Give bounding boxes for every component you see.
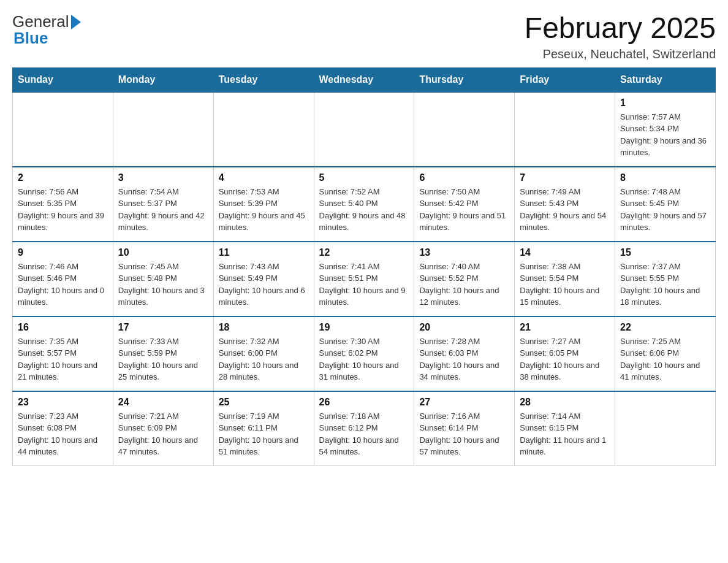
page-header: General Blue February 2025 Peseux, Neuch…: [12, 12, 716, 61]
day-info: Sunrise: 7:30 AM Sunset: 6:02 PM Dayligh…: [319, 335, 409, 383]
day-info: Sunrise: 7:45 AM Sunset: 5:48 PM Dayligh…: [118, 261, 208, 308]
day-info: Sunrise: 7:40 AM Sunset: 5:52 PM Dayligh…: [419, 261, 509, 308]
day-number: 15: [620, 247, 710, 258]
calendar-cell: 12Sunrise: 7:41 AM Sunset: 5:51 PM Dayli…: [314, 242, 414, 316]
calendar-cell: [414, 92, 515, 167]
day-number: 19: [319, 322, 409, 333]
day-info: Sunrise: 7:41 AM Sunset: 5:51 PM Dayligh…: [319, 261, 409, 308]
calendar-cell: 25Sunrise: 7:19 AM Sunset: 6:11 PM Dayli…: [213, 391, 314, 466]
day-info: Sunrise: 7:18 AM Sunset: 6:12 PM Dayligh…: [319, 410, 409, 458]
calendar-cell: [213, 92, 314, 167]
day-of-week-header: Wednesday: [314, 67, 414, 92]
day-of-week-header: Thursday: [414, 67, 515, 92]
calendar-cell: 8Sunrise: 7:48 AM Sunset: 5:45 PM Daylig…: [615, 167, 716, 242]
day-info: Sunrise: 7:16 AM Sunset: 6:14 PM Dayligh…: [419, 410, 509, 458]
calendar-cell: [13, 92, 113, 167]
calendar-cell: 20Sunrise: 7:28 AM Sunset: 6:03 PM Dayli…: [414, 316, 515, 391]
day-number: 8: [620, 172, 710, 183]
day-info: Sunrise: 7:49 AM Sunset: 5:43 PM Dayligh…: [520, 186, 610, 234]
title-block: February 2025 Peseux, Neuchatel, Switzer…: [525, 12, 716, 61]
day-info: Sunrise: 7:52 AM Sunset: 5:40 PM Dayligh…: [319, 186, 409, 234]
day-info: Sunrise: 7:48 AM Sunset: 5:45 PM Dayligh…: [620, 186, 710, 234]
day-info: Sunrise: 7:38 AM Sunset: 5:54 PM Dayligh…: [520, 261, 610, 308]
day-info: Sunrise: 7:21 AM Sunset: 6:09 PM Dayligh…: [118, 410, 208, 458]
day-info: Sunrise: 7:57 AM Sunset: 5:34 PM Dayligh…: [620, 111, 710, 159]
day-info: Sunrise: 7:19 AM Sunset: 6:11 PM Dayligh…: [219, 410, 309, 458]
day-number: 28: [520, 397, 610, 408]
calendar-cell: [615, 391, 716, 466]
calendar-cell: 10Sunrise: 7:45 AM Sunset: 5:48 PM Dayli…: [113, 242, 213, 316]
day-number: 26: [319, 397, 409, 408]
calendar-cell: 27Sunrise: 7:16 AM Sunset: 6:14 PM Dayli…: [414, 391, 515, 466]
calendar-header-row: SundayMondayTuesdayWednesdayThursdayFrid…: [13, 67, 716, 92]
day-number: 22: [620, 322, 710, 333]
day-number: 25: [219, 397, 309, 408]
logo: General Blue: [12, 12, 81, 48]
calendar-cell: 19Sunrise: 7:30 AM Sunset: 6:02 PM Dayli…: [314, 316, 414, 391]
day-info: Sunrise: 7:14 AM Sunset: 6:15 PM Dayligh…: [520, 410, 610, 458]
day-info: Sunrise: 7:25 AM Sunset: 6:06 PM Dayligh…: [620, 335, 710, 383]
calendar-cell: 26Sunrise: 7:18 AM Sunset: 6:12 PM Dayli…: [314, 391, 414, 466]
day-of-week-header: Monday: [113, 67, 213, 92]
calendar-cell: 1Sunrise: 7:57 AM Sunset: 5:34 PM Daylig…: [615, 92, 716, 167]
day-info: Sunrise: 7:50 AM Sunset: 5:42 PM Dayligh…: [419, 186, 509, 234]
day-info: Sunrise: 7:46 AM Sunset: 5:46 PM Dayligh…: [18, 261, 108, 308]
day-info: Sunrise: 7:23 AM Sunset: 6:08 PM Dayligh…: [18, 410, 108, 458]
logo-blue-text: Blue: [12, 29, 48, 48]
calendar-cell: 21Sunrise: 7:27 AM Sunset: 6:05 PM Dayli…: [515, 316, 615, 391]
day-number: 6: [419, 172, 509, 183]
calendar-cell: [113, 92, 213, 167]
day-number: 3: [118, 172, 208, 183]
month-title: February 2025: [525, 12, 716, 45]
calendar-cell: 7Sunrise: 7:49 AM Sunset: 5:43 PM Daylig…: [515, 167, 615, 242]
calendar-cell: 6Sunrise: 7:50 AM Sunset: 5:42 PM Daylig…: [414, 167, 515, 242]
calendar-cell: 23Sunrise: 7:23 AM Sunset: 6:08 PM Dayli…: [13, 391, 113, 466]
day-info: Sunrise: 7:53 AM Sunset: 5:39 PM Dayligh…: [219, 186, 309, 234]
day-number: 16: [18, 322, 108, 333]
day-info: Sunrise: 7:28 AM Sunset: 6:03 PM Dayligh…: [419, 335, 509, 383]
day-info: Sunrise: 7:33 AM Sunset: 5:59 PM Dayligh…: [118, 335, 208, 383]
calendar-cell: 13Sunrise: 7:40 AM Sunset: 5:52 PM Dayli…: [414, 242, 515, 316]
logo-arrow-icon: [71, 15, 81, 29]
calendar-cell: 2Sunrise: 7:56 AM Sunset: 5:35 PM Daylig…: [13, 167, 113, 242]
calendar-cell: 5Sunrise: 7:52 AM Sunset: 5:40 PM Daylig…: [314, 167, 414, 242]
day-number: 7: [520, 172, 610, 183]
location: Peseux, Neuchatel, Switzerland: [525, 47, 716, 61]
day-number: 24: [118, 397, 208, 408]
day-of-week-header: Friday: [515, 67, 615, 92]
calendar-cell: 18Sunrise: 7:32 AM Sunset: 6:00 PM Dayli…: [213, 316, 314, 391]
calendar-cell: 11Sunrise: 7:43 AM Sunset: 5:49 PM Dayli…: [213, 242, 314, 316]
calendar-table: SundayMondayTuesdayWednesdayThursdayFrid…: [12, 67, 716, 466]
day-info: Sunrise: 7:43 AM Sunset: 5:49 PM Dayligh…: [219, 261, 309, 308]
day-number: 1: [620, 98, 710, 109]
day-of-week-header: Tuesday: [213, 67, 314, 92]
calendar-cell: 15Sunrise: 7:37 AM Sunset: 5:55 PM Dayli…: [615, 242, 716, 316]
day-info: Sunrise: 7:54 AM Sunset: 5:37 PM Dayligh…: [118, 186, 208, 234]
calendar-week-row: 1Sunrise: 7:57 AM Sunset: 5:34 PM Daylig…: [13, 92, 716, 167]
calendar-week-row: 23Sunrise: 7:23 AM Sunset: 6:08 PM Dayli…: [13, 391, 716, 466]
day-number: 13: [419, 247, 509, 258]
calendar-cell: 4Sunrise: 7:53 AM Sunset: 5:39 PM Daylig…: [213, 167, 314, 242]
calendar-cell: 14Sunrise: 7:38 AM Sunset: 5:54 PM Dayli…: [515, 242, 615, 316]
day-info: Sunrise: 7:27 AM Sunset: 6:05 PM Dayligh…: [520, 335, 610, 383]
calendar-cell: 9Sunrise: 7:46 AM Sunset: 5:46 PM Daylig…: [13, 242, 113, 316]
day-number: 27: [419, 397, 509, 408]
calendar-cell: 17Sunrise: 7:33 AM Sunset: 5:59 PM Dayli…: [113, 316, 213, 391]
day-number: 2: [18, 172, 108, 183]
day-number: 17: [118, 322, 208, 333]
calendar-cell: 28Sunrise: 7:14 AM Sunset: 6:15 PM Dayli…: [515, 391, 615, 466]
calendar-cell: [314, 92, 414, 167]
day-number: 4: [219, 172, 309, 183]
day-number: 23: [18, 397, 108, 408]
calendar-cell: 22Sunrise: 7:25 AM Sunset: 6:06 PM Dayli…: [615, 316, 716, 391]
day-number: 21: [520, 322, 610, 333]
day-number: 10: [118, 247, 208, 258]
calendar-cell: 3Sunrise: 7:54 AM Sunset: 5:37 PM Daylig…: [113, 167, 213, 242]
day-number: 14: [520, 247, 610, 258]
day-of-week-header: Sunday: [13, 67, 113, 92]
day-info: Sunrise: 7:56 AM Sunset: 5:35 PM Dayligh…: [18, 186, 108, 234]
calendar-week-row: 16Sunrise: 7:35 AM Sunset: 5:57 PM Dayli…: [13, 316, 716, 391]
calendar-cell: 16Sunrise: 7:35 AM Sunset: 5:57 PM Dayli…: [13, 316, 113, 391]
day-number: 12: [319, 247, 409, 258]
day-number: 20: [419, 322, 509, 333]
